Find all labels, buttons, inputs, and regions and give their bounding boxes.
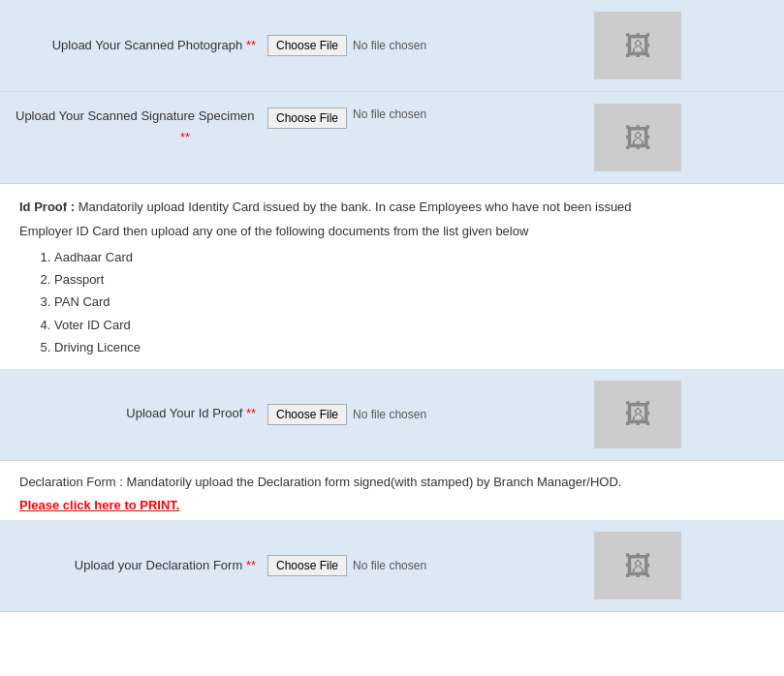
photograph-no-file-text: No file chosen [353,39,426,52]
id-proof-description-text: Mandatorily upload Identity Card issued … [78,200,632,214]
signature-label: Upload Your Scanned Signature Specimen *… [16,104,267,146]
declaration-no-file-text: No file chosen [353,559,426,572]
id-proof-preview: 🖼 [594,381,681,448]
list-item: Passport [54,268,765,291]
declaration-description-text: Mandatorily upload the Declaration form … [127,475,622,489]
signature-preview-icon: 🖼 [624,122,651,154]
list-item: PAN Card [54,291,765,313]
id-proof-upload-label-text: Upload Your Id Proof [126,406,242,420]
photograph-label-text: Upload Your Scanned Photograph [52,38,243,52]
id-proof-no-file-text: No file chosen [353,408,426,421]
signature-preview: 🖼 [594,104,681,171]
declaration-preview-icon: 🖼 [624,550,651,582]
photograph-preview-icon: 🖼 [624,30,651,62]
declaration-upload-label: Upload your Declaration Form ** [16,557,267,574]
photograph-label: Upload Your Scanned Photograph ** [16,37,267,54]
id-proof-choose-file-button[interactable]: Choose File [267,404,347,425]
photograph-file-wrapper: Choose File No file chosen [267,35,579,56]
id-proof-info-section: Id Proof : Mandatorily upload Identity C… [0,184,784,369]
signature-required-star: ** [180,129,256,146]
id-proof-required-star: ** [246,406,256,420]
signature-label-text: Upload Your Scanned Signature Specimen [16,108,254,123]
declaration-required-star: ** [246,558,256,572]
declaration-info-section: Declaration Form : Mandatorily upload th… [0,461,784,521]
list-item: Aadhaar Card [54,246,765,268]
signature-choose-file-button[interactable]: Choose File [267,108,347,129]
id-proof-list: Aadhaar Card Passport PAN Card Voter ID … [54,246,765,359]
signature-no-file-text: No file chosen [353,108,426,121]
declaration-upload-label-text: Upload your Declaration Form [75,558,242,572]
id-proof-sub-description: Employer ID Card then upload any one of … [19,222,765,242]
signature-file-wrapper: Choose File No file chosen [267,104,579,129]
declaration-choose-file-button[interactable]: Choose File [267,555,347,576]
id-proof-file-wrapper: Choose File No file chosen [267,404,579,425]
photograph-choose-file-button[interactable]: Choose File [267,35,347,56]
signature-upload-row: Upload Your Scanned Signature Specimen *… [0,92,784,184]
id-proof-upload-label: Upload Your Id Proof ** [16,405,267,422]
id-proof-description: Id Proof : Mandatorily upload Identity C… [19,198,765,218]
list-item: Voter ID Card [54,314,765,336]
declaration-heading: Declaration Form : [19,475,123,489]
id-proof-preview-icon: 🖼 [624,398,651,430]
declaration-upload-row: Upload your Declaration Form ** Choose F… [0,520,784,612]
list-item: Driving Licence [54,336,765,358]
declaration-description: Declaration Form : Mandatorily upload th… [19,473,765,493]
photograph-upload-row: Upload Your Scanned Photograph ** Choose… [0,0,784,92]
photograph-required-star: ** [246,38,256,52]
id-proof-heading: Id Proof : [19,200,75,214]
id-proof-upload-row: Upload Your Id Proof ** Choose File No f… [0,369,784,461]
photograph-preview: 🖼 [594,12,681,79]
declaration-preview: 🖼 [594,532,681,599]
declaration-file-wrapper: Choose File No file chosen [267,555,579,576]
print-link[interactable]: Please click here to PRINT. [19,498,179,512]
